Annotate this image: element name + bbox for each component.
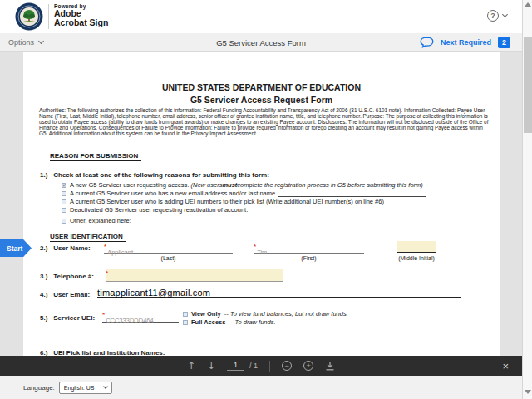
middle-initial-field[interactable] — [397, 241, 436, 253]
toolbar-separator — [269, 361, 270, 372]
reason-option-reactivation: Deactivated G5 Servicer user requesting … — [62, 207, 481, 214]
reason-option-new-email: A current G5 Servicer user who has a new… — [62, 190, 481, 197]
username-row-label: 2.) User Name: — [40, 244, 91, 252]
page-total: / 1 — [249, 362, 258, 370]
options-menu-button[interactable]: Options — [8, 33, 43, 52]
scroll-down-arrow[interactable] — [525, 390, 531, 397]
sign-toolbar: G5 Servicer Access Form Options Next Req… — [0, 33, 522, 52]
brand-divider — [48, 4, 49, 29]
form-title-line2: G5 Servicer Access Request Form — [23, 95, 500, 105]
next-required-button[interactable]: Next Required — [441, 38, 491, 47]
middle-initial-caption: (Middle Initial) — [384, 255, 449, 261]
help-menu-button[interactable]: ? — [487, 10, 507, 22]
reason-section-heading: REASON FOR SUBMISSION — [50, 152, 141, 161]
comment-bubble-icon[interactable] — [420, 37, 434, 48]
checkbox-reactivation[interactable] — [62, 208, 66, 213]
chevron-down-icon — [38, 38, 44, 44]
checkbox-new-email[interactable] — [62, 191, 66, 196]
document-viewer: UNITED STATES DEPARTMENT OF EDUCATION G5… — [0, 52, 522, 376]
reason-option-other: Other, explained here: — [62, 218, 462, 224]
last-name-field[interactable]: *Applicant — [104, 243, 233, 254]
page-up-button[interactable]: ↑ — [187, 360, 195, 372]
scrollbar-thumb[interactable] — [524, 37, 532, 133]
options-label: Options — [8, 38, 34, 47]
question1-label: 1.) Check at least one of the following … — [40, 171, 269, 179]
checkbox-full-access[interactable] — [183, 320, 188, 325]
last-name-blank-line[interactable] — [278, 191, 426, 197]
language-bar: Language: English: US — [0, 376, 522, 399]
email-field[interactable]: timapplicant11@gmail.com — [97, 284, 461, 298]
brand-acrobat-sign: Acrobat Sign — [54, 18, 108, 27]
authorities-paragraph: Authorities: The following authorizes th… — [39, 108, 489, 137]
view-only-option: View Only -- To view fund balances, but … — [183, 311, 348, 318]
first-name-field[interactable]: *Tim — [254, 243, 364, 254]
checkbox-view-only[interactable] — [183, 312, 188, 317]
toolbar-right-group: Next Required 2 — [420, 33, 510, 52]
language-selected-value: English: US — [64, 385, 95, 391]
other-explained-blank-line[interactable] — [134, 219, 462, 224]
zoom-in-icon[interactable]: + — [303, 361, 313, 371]
chevron-down-icon — [502, 12, 508, 17]
reason-option-add-uei: A current G5 Servicer user who is adding… — [62, 199, 481, 205]
page-down-button[interactable]: ↓ — [207, 360, 215, 372]
required-count-badge: 2 — [498, 37, 510, 48]
email-value: timapplicant11@gmail.com — [97, 288, 210, 298]
form-page: UNITED STATES DEPARTMENT OF EDUCATION G5… — [23, 52, 500, 356]
last-caption: (Last) — [104, 255, 233, 261]
telephone-row-label: 3.) Telephone #: — [40, 273, 94, 280]
user-identification-heading: USER IDENTIFICATION — [50, 233, 126, 242]
adobe-sign-window: Powered by Adobe Acrobat Sign ? G5 Servi… — [0, 0, 532, 399]
form-title-line1: UNITED STATES DEPARTMENT OF EDUCATION — [23, 82, 500, 92]
reason-option-new-user: A new G5 Servicer user requesting access… — [62, 182, 481, 189]
email-row-label: 4.) User Email: — [40, 291, 90, 298]
checkbox-other[interactable] — [62, 219, 66, 224]
servicer-uei-field[interactable]: *CCC333DDD464 — [102, 311, 179, 323]
checkbox-add-uei[interactable] — [62, 200, 66, 204]
scrollbar[interactable] — [522, 0, 532, 399]
app-header: Powered by Adobe Acrobat Sign ? — [0, 0, 522, 33]
brand-text: Powered by Adobe Acrobat Sign — [54, 3, 108, 27]
close-icon[interactable]: × — [502, 356, 509, 376]
language-select[interactable]: English: US — [59, 382, 112, 394]
scroll-up-arrow[interactable] — [525, 2, 531, 9]
dept-of-education-seal — [15, 2, 43, 31]
telephone-field[interactable]: * — [106, 269, 283, 282]
pdf-toolbar: ↑ ↓ 1 / 1 − + × — [0, 356, 522, 376]
download-icon[interactable] — [325, 361, 335, 371]
page-number-input[interactable]: 1 — [227, 361, 244, 371]
question1-number: 1.) — [40, 171, 52, 179]
checkbox-new-user[interactable] — [62, 183, 66, 188]
first-caption: (First) — [254, 255, 364, 261]
zoom-out-icon[interactable]: − — [282, 361, 292, 371]
language-label: Language: — [23, 384, 55, 392]
chevron-down-icon — [103, 384, 108, 389]
page-indicator: 1 / 1 — [227, 361, 258, 371]
full-access-option: Full Access -- To draw funds. — [183, 319, 276, 326]
uei-row-label: 5.) Servicer UEI: — [40, 314, 95, 322]
help-icon[interactable]: ? — [487, 10, 499, 22]
